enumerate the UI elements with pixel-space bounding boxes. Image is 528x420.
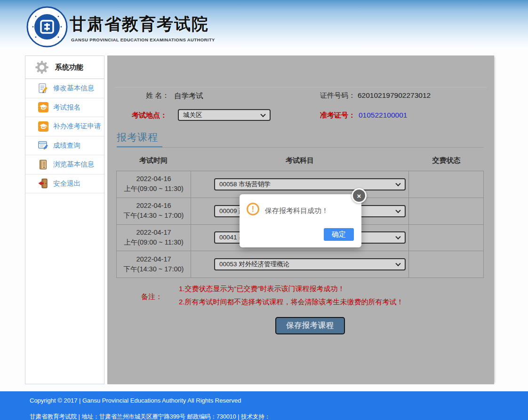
site-subtitle: GANSU PROVINCIAL EDUCATION EXAMINATIONS …: [71, 37, 215, 42]
heading-accent-bar: [117, 146, 162, 147]
sidebar-item-label: 补办准考证申请: [53, 122, 101, 131]
ok-button[interactable]: 确定: [324, 228, 354, 241]
name-value: 自学考试: [174, 91, 203, 101]
note-line: 1.交费状态显示为“已交费”时表示该门课程报考成功！: [179, 285, 345, 293]
sidebar-header-label: 系统功能: [55, 63, 83, 72]
ticket-number-value: 010522100001: [359, 111, 407, 119]
sidebar-item-label: 安全退出: [53, 179, 80, 188]
subject-select[interactable]: 00053 对外经济管理概论: [214, 258, 406, 270]
subject-value: 00058 市场营销学: [219, 180, 271, 189]
logout-icon: [38, 178, 49, 189]
sidebar: 系统功能 修改基本信息 考试报名: [25, 55, 104, 384]
column-header-payment-status: 交费状态: [409, 156, 484, 165]
site-title: 甘肃省教育考试院: [70, 13, 209, 35]
exam-date: 2022-04-17: [136, 229, 171, 236]
payment-status-cell: [409, 198, 483, 224]
subject-select[interactable]: 00058 市场营销学: [214, 178, 406, 190]
save-courses-button[interactable]: 保存报考课程: [275, 317, 345, 334]
sidebar-item-label: 修改基本信息: [53, 84, 94, 93]
exam-date: 2022-04-16: [136, 202, 171, 209]
chevron-down-icon: [260, 111, 265, 117]
table-row: 2022-04-16 上午(09:00 ~ 11:30) 00058 市场营销学: [117, 171, 483, 198]
chevron-down-icon: [395, 261, 400, 266]
dialog-message: 保存报考科目成功！: [265, 206, 328, 215]
sidebar-item-logout[interactable]: 安全退出: [25, 174, 104, 194]
site-logo-icon: [26, 6, 68, 48]
exam-time-cell: 2022-04-17 下午(14:30 ~ 17:00): [117, 251, 191, 277]
chevron-down-icon: [395, 207, 400, 213]
site-footer: Copyright © 2017 | Gansu Provincial Educ…: [0, 391, 528, 420]
exam-location-select[interactable]: 城关区: [178, 109, 271, 121]
edit-info-icon: [38, 83, 49, 94]
column-header-exam-subject: 考试科目: [191, 156, 409, 165]
sidebar-item-score-query[interactable]: 成绩查询: [25, 136, 104, 156]
exam-location-label: 考试地点：: [132, 111, 167, 120]
note-line: 2.所有考试时间都不选择考试课程，将会清除该考生未缴费的所有考试！: [179, 298, 404, 307]
subject-value: 00053 对外经济管理概论: [219, 260, 289, 269]
exam-time-cell: 2022-04-16 上午(09:00 ~ 11:30): [117, 171, 191, 198]
name-label: 姓 名：: [146, 91, 169, 100]
sidebar-header: 系统功能: [25, 56, 104, 79]
address-text: 甘肃省教育考试院 | 地址：甘肃省兰州市城关区雁宁路399号 邮政编码：7300…: [30, 413, 270, 420]
divider: [117, 147, 484, 148]
sidebar-item-admission-ticket[interactable]: 补办准考证申请: [25, 117, 104, 136]
exam-register-icon: [38, 102, 49, 113]
exam-subject-cell: 00058 市场营销学: [191, 171, 409, 198]
payment-status-cell: [409, 225, 483, 251]
site-header: 甘肃省教育考试院 GANSU PROVINCIAL EDUCATION EXAM…: [0, 0, 528, 49]
exam-time: 下午(14:30 ~ 17:00): [124, 211, 184, 220]
success-dialog: × ! 保存报考科目成功！ 确定: [240, 194, 361, 247]
ticket-number-label: 准考证号：: [320, 111, 355, 120]
copyright-text: Copyright © 2017 | Gansu Provincial Educ…: [30, 397, 241, 404]
payment-status-cell: [409, 251, 483, 277]
chevron-down-icon: [395, 181, 400, 186]
sidebar-item-label: 考试报名: [53, 103, 80, 112]
exam-date: 2022-04-17: [136, 255, 171, 263]
section-heading: 报考课程: [117, 131, 158, 144]
payment-status-cell: [409, 171, 483, 198]
exam-location-value: 城关区: [183, 111, 202, 119]
gear-icon: [35, 60, 49, 74]
sidebar-item-label: 成绩查询: [53, 141, 80, 150]
browse-info-icon: [38, 159, 49, 170]
sidebar-item-label: 浏览基本信息: [53, 160, 94, 169]
exam-time: 上午(09:00 ~ 11:30): [124, 238, 184, 247]
sidebar-item-exam-register[interactable]: 考试报名: [25, 98, 104, 118]
chevron-down-icon: [395, 234, 400, 239]
exam-time-cell: 2022-04-17 上午(09:00 ~ 11:30): [117, 225, 191, 251]
notes-label: 备注：: [141, 293, 162, 301]
score-query-icon: [38, 140, 49, 151]
exam-time-cell: 2022-04-16 下午(14:30 ~ 17:00): [117, 198, 191, 224]
admission-ticket-icon: [38, 121, 49, 132]
id-number-label: 证件号码：: [320, 91, 355, 100]
exam-time: 下午(14:30 ~ 17:00): [124, 265, 184, 274]
sidebar-item-browse-info[interactable]: 浏览基本信息: [25, 155, 104, 174]
column-header-exam-time: 考试时间: [116, 156, 191, 165]
table-row: 2022-04-17 下午(14:30 ~ 17:00) 00053 对外经济管…: [117, 251, 483, 277]
page: 甘肃省教育考试院 GANSU PROVINCIAL EDUCATION EXAM…: [0, 0, 528, 420]
divider: [115, 87, 487, 87]
close-icon[interactable]: ×: [352, 188, 367, 203]
sidebar-item-edit-info[interactable]: 修改基本信息: [25, 79, 104, 98]
id-number-value: 620102197902273012: [358, 91, 431, 100]
warning-icon: !: [247, 203, 259, 215]
exam-subject-cell: 00053 对外经济管理概论: [191, 251, 409, 277]
exam-time: 上午(09:00 ~ 11:30): [124, 184, 184, 193]
exam-date: 2022-04-16: [136, 175, 171, 182]
